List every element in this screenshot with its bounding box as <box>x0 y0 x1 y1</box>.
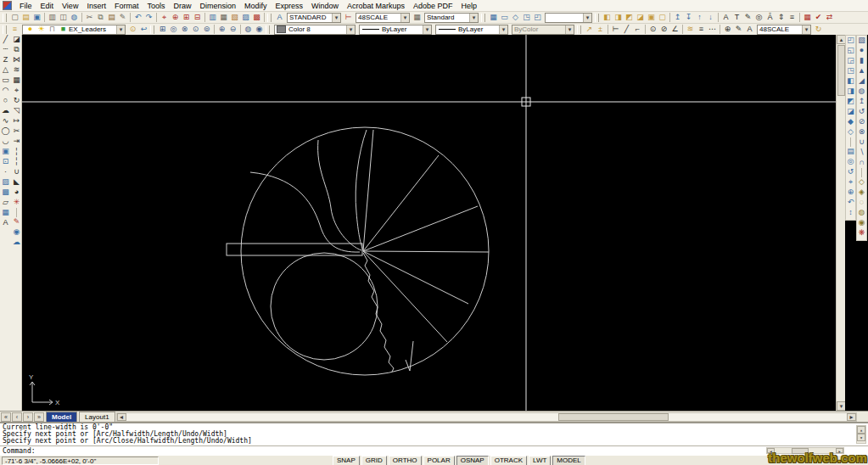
extend-icon[interactable]: ⇥ <box>11 137 22 147</box>
menu-item-format[interactable]: Format <box>110 2 143 10</box>
dim-style-combo[interactable]: 48SCALE ▾ <box>757 25 811 35</box>
tool-palettes-icon[interactable]: ▧ <box>229 13 240 23</box>
3d-pan-icon[interactable]: ⌖ <box>845 177 856 188</box>
zoom-extents-icon[interactable]: ◉ <box>254 25 265 35</box>
multiline-text-icon[interactable]: A <box>720 13 731 23</box>
command-prompt[interactable]: Command: <box>0 446 868 455</box>
solid-wedge-icon[interactable]: ◢ <box>856 76 867 87</box>
qnew-icon[interactable]: ▢ <box>9 13 20 23</box>
text-style-combo[interactable]: STANDARD ▾ <box>287 13 341 23</box>
lineweight-combo[interactable]: ByLayer ▾ <box>435 25 508 35</box>
dropdown-arrow-icon[interactable]: ▾ <box>423 25 431 34</box>
hatch-icon[interactable]: ▨ <box>0 177 11 188</box>
toolbar-grip[interactable] <box>577 25 581 34</box>
clip-existing-viewport-icon[interactable]: ◰ <box>532 13 543 23</box>
shade-3d-wireframe-icon[interactable]: ◈ <box>856 188 867 198</box>
dropdown-arrow-icon[interactable]: ▾ <box>116 25 125 34</box>
quick-leader-icon[interactable]: ↗ <box>584 25 595 35</box>
dropdown-arrow-icon[interactable]: ▾ <box>499 25 507 34</box>
menu-item-help[interactable]: Help <box>457 2 482 10</box>
configure-standards-icon[interactable]: ▦ <box>802 13 813 23</box>
command-scroll-up-arrow[interactable]: ▴ <box>857 426 865 434</box>
menu-item-dimension[interactable]: Dimension <box>195 2 240 10</box>
menu-item-edit[interactable]: Edit <box>36 2 59 10</box>
chamfer-icon[interactable]: ◣ <box>11 177 22 188</box>
gradient-icon[interactable]: ▩ <box>0 188 11 198</box>
markup-cloud-icon[interactable]: ☁ <box>11 238 22 248</box>
bring-to-front-icon[interactable]: ↥ <box>672 13 683 23</box>
toolbar-grip[interactable] <box>3 14 7 22</box>
3d-continuous-orbit-icon[interactable]: ↺ <box>845 167 856 177</box>
render-icon[interactable]: ❋ <box>856 228 867 238</box>
zoom-previous-std-icon[interactable]: ⊟ <box>192 13 203 23</box>
zoom-all-icon[interactable]: ◍ <box>243 25 254 35</box>
break-icon[interactable]: ╎ <box>11 157 22 167</box>
status-toggle-grid[interactable]: GRID <box>361 456 387 465</box>
circle-icon[interactable]: ○ <box>0 96 11 106</box>
zoom-object-icon[interactable]: ⊚ <box>201 25 212 35</box>
ordinate-dimension-icon[interactable]: ⌐ <box>632 25 643 35</box>
markup-set-manager-icon[interactable]: ▩ <box>251 13 262 23</box>
menu-item-express[interactable]: Express <box>272 2 308 10</box>
section-icon[interactable]: ⊗ <box>856 127 867 137</box>
status-toggle-model[interactable]: MODEL <box>552 456 585 465</box>
paste-icon[interactable]: ▤ <box>106 13 117 23</box>
copy-object-icon[interactable]: ⧉ <box>11 45 22 55</box>
tab-nav-next[interactable]: › <box>23 412 33 422</box>
single-line-text-icon[interactable]: T <box>731 13 742 23</box>
menu-item-tools[interactable]: Tools <box>143 2 169 10</box>
stretch-icon[interactable]: ↦ <box>11 116 22 126</box>
pan-realtime-icon[interactable]: ⌖ <box>159 13 170 23</box>
layer-properties-manager-icon[interactable]: ≡ <box>9 25 20 35</box>
status-toggle-otrack[interactable]: OTRACK <box>490 456 527 465</box>
union-icon[interactable]: ∪ <box>856 137 867 148</box>
zoom-scale-icon[interactable]: ⊗ <box>179 25 190 35</box>
sheet-set-manager-icon[interactable]: ▨ <box>240 13 251 23</box>
layer-on-off-icon[interactable]: ● <box>25 25 36 35</box>
menu-item-acrobat-markups[interactable]: Acrobat Markups <box>343 2 409 10</box>
point-icon[interactable]: · <box>0 167 11 177</box>
break-at-point-icon[interactable]: ¦ <box>11 147 22 157</box>
horizontal-scroll-thumb[interactable] <box>558 413 669 421</box>
view-nw-isometric-icon[interactable]: ◇ <box>845 127 856 137</box>
mirror-icon[interactable]: ⋈ <box>11 55 22 65</box>
view-sw-isometric-icon[interactable]: ◩ <box>845 97 856 107</box>
quick-dimension-icon[interactable]: ≋ <box>685 25 696 35</box>
region-icon[interactable]: ▱ <box>0 198 11 208</box>
shade-2d-wireframe-icon[interactable]: ◇ <box>856 177 867 188</box>
tab-nav-last[interactable]: » <box>34 412 44 422</box>
polyline-icon[interactable]: Z <box>0 55 11 65</box>
status-toggle-lwt[interactable]: LWT <box>529 456 551 465</box>
text-style-manager-icon[interactable]: A <box>274 13 285 23</box>
status-toggle-ortho[interactable]: ORTHO <box>389 456 422 465</box>
zoom-dynamic-icon[interactable]: ◎ <box>168 25 179 35</box>
continue-dimension-icon[interactable]: ⋯ <box>707 25 718 35</box>
zoom-realtime-icon[interactable]: ⊕ <box>170 13 181 23</box>
zoom-in-icon[interactable]: ⊕ <box>216 25 227 35</box>
command-scroll-down-arrow[interactable]: ▾ <box>857 434 865 441</box>
zoom-window-icon[interactable]: ⊞ <box>157 25 168 35</box>
zoom-center-icon[interactable]: ⊙ <box>190 25 201 35</box>
edit-text-icon[interactable]: ✎ <box>742 13 753 23</box>
open-icon[interactable]: ▤ <box>20 13 31 23</box>
dropdown-arrow-icon[interactable]: ▾ <box>583 14 591 22</box>
dropdown-arrow-icon[interactable]: ▾ <box>332 14 340 22</box>
send-under-objects-icon[interactable]: ↓ <box>705 13 716 23</box>
designcenter-icon[interactable]: ▦ <box>218 13 229 23</box>
view-bottom-icon[interactable]: ◱ <box>845 46 856 56</box>
status-toggle-osnap[interactable]: OSNAP <box>456 456 489 465</box>
text-style-icon[interactable]: Â <box>764 13 776 23</box>
toolbar-grip[interactable] <box>267 14 272 22</box>
construction-line-icon[interactable]: ┄ <box>0 45 11 55</box>
view-back-icon[interactable]: ◨ <box>845 87 856 97</box>
viewports-dialog-icon[interactable]: ▦ <box>488 13 499 23</box>
shade-flat-icon[interactable]: ◍ <box>856 208 867 218</box>
shade-gouraud-icon[interactable]: ◉ <box>856 218 867 228</box>
3d-adjust-distance-icon[interactable]: ↕ <box>845 208 856 218</box>
single-viewport-icon[interactable]: ▭ <box>499 13 510 23</box>
shade-hidden-icon[interactable]: ◌ <box>856 198 867 208</box>
send-to-back-icon[interactable]: ↧ <box>683 13 694 23</box>
menu-item-modify[interactable]: Modify <box>240 2 272 10</box>
aligned-dimension-icon[interactable]: ╱ <box>621 25 632 35</box>
dimension-text-edit-icon[interactable]: A <box>744 25 755 35</box>
